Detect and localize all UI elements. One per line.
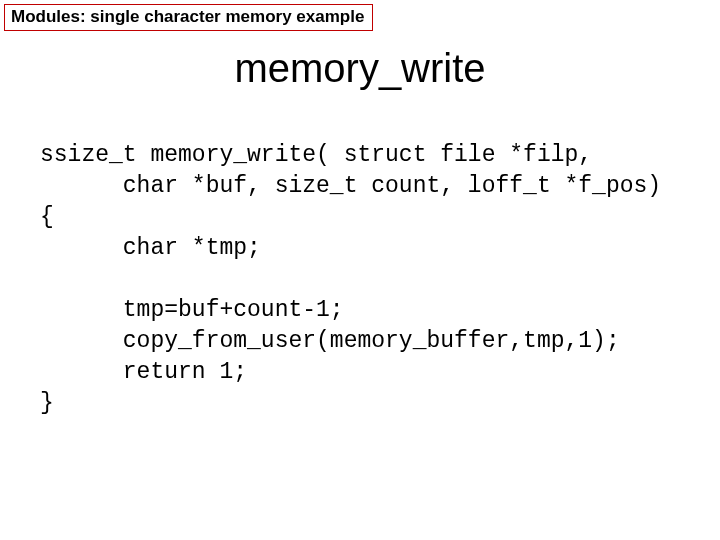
breadcrumb-text: Modules: single character memory example bbox=[11, 7, 364, 26]
slide: Modules: single character memory example… bbox=[0, 0, 720, 540]
slide-title: memory_write bbox=[0, 46, 720, 91]
code-block: ssize_t memory_write( struct file *filp,… bbox=[40, 140, 690, 419]
breadcrumb-box: Modules: single character memory example bbox=[4, 4, 373, 31]
